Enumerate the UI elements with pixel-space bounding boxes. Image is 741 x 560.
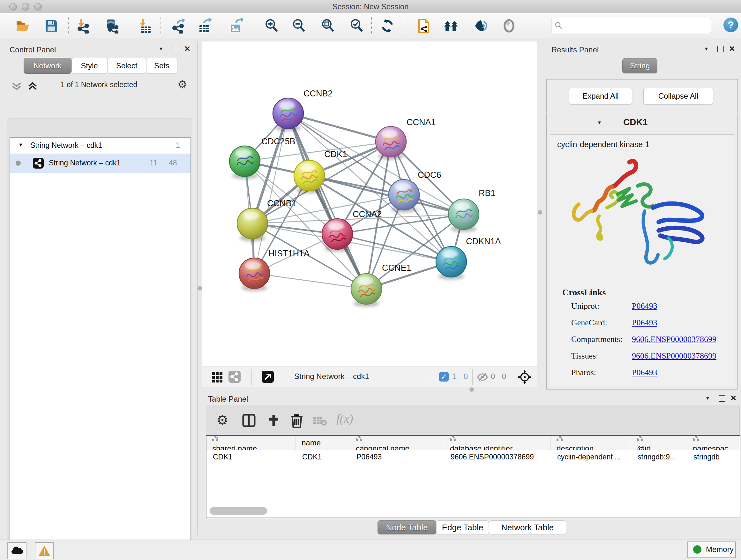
column-header-shared-name[interactable]: shared name bbox=[206, 436, 296, 450]
control-panel-tabs: NetworkStyleSelectSets bbox=[23, 58, 178, 74]
birdseye-crosshair-icon[interactable] bbox=[518, 370, 532, 384]
column-header-description[interactable]: description bbox=[551, 436, 631, 450]
crosslink-link[interactable]: P06493 bbox=[632, 301, 657, 311]
export-network-icon[interactable] bbox=[171, 18, 186, 34]
tab-select[interactable]: Select bbox=[107, 58, 146, 74]
network-collection-row[interactable]: ▼ String Network – cdk1 1 bbox=[10, 138, 191, 153]
network-node-CDKN1A[interactable]: CDKN1A bbox=[436, 237, 501, 280]
help-button[interactable]: ? bbox=[724, 17, 738, 32]
left-splitter-handle[interactable] bbox=[198, 286, 202, 291]
tab-style[interactable]: Style bbox=[71, 58, 107, 74]
network-canvas[interactable]: CCNB2CCNA1CDC25BCDK1CDC6RB1CCNB1CCNA2CDK… bbox=[202, 42, 537, 367]
network-edge[interactable] bbox=[254, 273, 366, 289]
open-file-network-icon[interactable] bbox=[416, 18, 432, 34]
zoom-fit-icon[interactable] bbox=[320, 18, 336, 34]
column-header-name[interactable]: name bbox=[296, 436, 350, 450]
network-node-RB1[interactable]: RB1 bbox=[448, 188, 495, 232]
expand-collapse-box: Expand All Collapse All bbox=[546, 79, 738, 113]
network-node-CCNB1[interactable]: CCNB1 bbox=[237, 199, 296, 241]
save-session-icon[interactable] bbox=[44, 18, 59, 34]
share-view-icon[interactable] bbox=[228, 371, 241, 383]
right-splitter-handle[interactable] bbox=[538, 210, 542, 214]
zoom-in-icon[interactable] bbox=[264, 18, 279, 34]
expand-all-button[interactable]: Expand All bbox=[569, 88, 632, 105]
table-panel-title: Table Panel bbox=[208, 395, 248, 403]
open-session-icon[interactable] bbox=[15, 18, 30, 34]
network-node-HIST1H1A[interactable]: HIST1H1A bbox=[239, 249, 310, 291]
node-label: CCNE1 bbox=[382, 263, 411, 273]
presentation-mode-icon[interactable] bbox=[501, 18, 517, 34]
crosslink-row: Uniprot:P06493 bbox=[571, 301, 731, 311]
network-node-CCNA1[interactable]: CCNA1 bbox=[376, 118, 436, 160]
apply-function-icon[interactable]: f(x) bbox=[336, 412, 353, 426]
control-panel-close-icon[interactable]: ✕ bbox=[184, 46, 191, 52]
column-header-namespac[interactable]: namespac bbox=[687, 436, 738, 450]
gene-section-expander-icon[interactable]: ▼ bbox=[597, 120, 602, 125]
tab-string[interactable]: String bbox=[622, 58, 657, 73]
table-row[interactable]: CDK1CDK1P064939606.ENSP00000378699cyclin… bbox=[206, 450, 738, 465]
navbar-separator bbox=[472, 369, 473, 385]
table-panel-collapse-icon[interactable]: ▼ bbox=[705, 395, 710, 401]
warning-button[interactable] bbox=[35, 542, 54, 559]
control-panel-collapse-icon[interactable]: ▼ bbox=[158, 46, 163, 51]
open-in-window-icon[interactable] bbox=[262, 371, 274, 383]
table-cell: 9606.ENSP00000378699 bbox=[444, 450, 551, 464]
results-panel-float-icon[interactable] bbox=[718, 46, 724, 52]
network-node-CCNE1[interactable]: CCNE1 bbox=[351, 263, 411, 307]
toolbar-separator bbox=[253, 17, 253, 34]
tree-expander-icon[interactable]: ▼ bbox=[18, 142, 23, 148]
collapse-all-icon[interactable] bbox=[11, 81, 39, 91]
string-home-icon[interactable] bbox=[444, 18, 459, 34]
column-header-database-identifier[interactable]: database identifier bbox=[444, 436, 551, 450]
grid-view-icon[interactable] bbox=[212, 372, 223, 383]
table-gear-icon[interactable]: ⚙ bbox=[216, 412, 228, 428]
selected-checkbox-icon[interactable]: ✓ bbox=[439, 372, 449, 381]
table-splitter-handle[interactable] bbox=[469, 387, 474, 392]
gene-description: cyclin-dependent kinase 1 bbox=[557, 140, 650, 149]
column-header-canonical-name[interactable]: canonical name bbox=[350, 436, 444, 450]
search-input[interactable] bbox=[551, 18, 711, 33]
refresh-view-icon[interactable] bbox=[380, 18, 395, 34]
collapse-all-button[interactable]: Collapse All bbox=[643, 88, 713, 105]
results-panel-close-icon[interactable]: ✕ bbox=[729, 46, 735, 52]
column-header--id[interactable]: @id bbox=[631, 436, 687, 450]
tab-sets[interactable]: Sets bbox=[146, 58, 178, 74]
network-view-title: String Network – cdk1 bbox=[294, 372, 369, 381]
memory-button[interactable]: Memory bbox=[687, 542, 736, 558]
export-image-icon[interactable] bbox=[228, 18, 244, 34]
cloud-button[interactable] bbox=[7, 542, 26, 559]
network-node-CDC25B[interactable]: CDC25B bbox=[229, 137, 295, 179]
crosslink-link[interactable]: P06493 bbox=[632, 368, 657, 377]
node-table[interactable]: shared namenamecanonical namedatabase id… bbox=[206, 435, 740, 518]
import-network-database-icon[interactable] bbox=[104, 18, 119, 34]
table-horizontal-scrollbar[interactable] bbox=[210, 507, 267, 515]
show-columns-icon[interactable] bbox=[242, 414, 256, 428]
tab-network-table[interactable]: Network Table bbox=[489, 520, 566, 535]
table-panel-close-icon[interactable]: ✕ bbox=[730, 395, 737, 401]
tab-edge-table[interactable]: Edge Table bbox=[436, 520, 489, 535]
hidden-eye-icon[interactable] bbox=[477, 372, 488, 382]
import-network-file-icon[interactable] bbox=[76, 18, 91, 34]
tab-network[interactable]: Network bbox=[23, 58, 71, 74]
node-label: HIST1H1A bbox=[268, 249, 310, 258]
delete-table-icon[interactable] bbox=[313, 416, 327, 426]
table-panel-float-icon[interactable] bbox=[719, 395, 725, 401]
results-panel-collapse-icon[interactable]: ▼ bbox=[704, 46, 709, 51]
tab-node-table[interactable]: Node Table bbox=[378, 520, 436, 535]
add-column-icon[interactable] bbox=[267, 414, 281, 428]
zoom-out-icon[interactable] bbox=[291, 18, 307, 34]
network-node-CCNB2[interactable]: CCNB2 bbox=[273, 89, 333, 131]
control-panel-float-icon[interactable] bbox=[173, 46, 179, 52]
export-table-icon[interactable] bbox=[197, 18, 212, 34]
network-row[interactable]: String Network – cdk1 11 48 bbox=[10, 153, 191, 173]
zoom-selected-icon[interactable] bbox=[349, 18, 364, 34]
network-options-gear-icon[interactable]: ⚙ bbox=[178, 78, 187, 91]
crosslink-link[interactable]: 9606.ENSP00000378699 bbox=[632, 351, 717, 361]
import-table-file-icon[interactable] bbox=[137, 18, 152, 34]
delete-column-icon[interactable] bbox=[290, 413, 304, 428]
crosslink-row: Pharos:P06493 bbox=[571, 368, 731, 377]
enhanced-graphics-icon[interactable] bbox=[474, 18, 489, 34]
crosslink-link[interactable]: P06493 bbox=[632, 318, 657, 327]
network-edge[interactable] bbox=[288, 113, 366, 289]
crosslink-link[interactable]: 9606.ENSP00000378699 bbox=[632, 334, 717, 344]
